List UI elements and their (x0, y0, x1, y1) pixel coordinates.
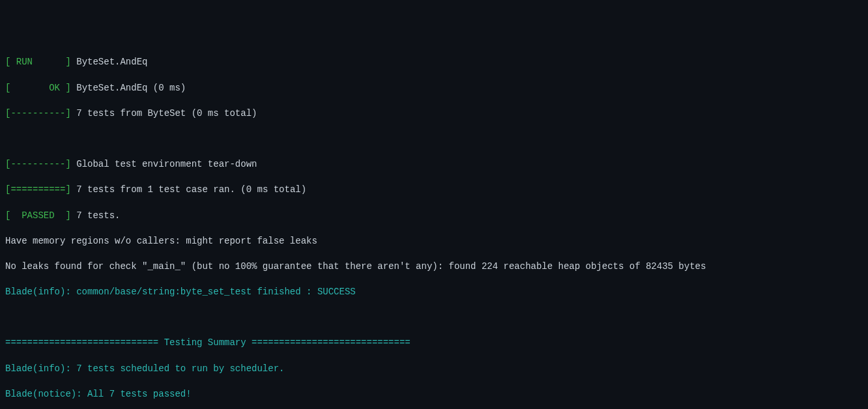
summary-header-right: ============================= (246, 337, 411, 348)
blank-line (5, 133, 863, 146)
mem-line-1: Have memory regions w/o callers: might r… (5, 235, 863, 248)
gtest-ok-name: ByteSet.AndEq (0 ms) (71, 83, 186, 93)
gtest-eq-line: [==========] 7 tests from 1 test case ra… (5, 184, 863, 197)
mem-line-2: No leaks found for check "_main_" (but n… (5, 261, 863, 274)
gtest-ok-prefix: [ OK ] (5, 83, 71, 93)
summary-header: ============================ Testing Sum… (5, 337, 863, 350)
summary-passed: Blade(notice): All 7 tests passed! (5, 388, 863, 401)
gtest-teardown-prefix: [----------] (5, 159, 71, 169)
gtest-passed-line: [ PASSED ] 7 tests. (5, 210, 863, 223)
gtest-ok-line: [ OK ] ByteSet.AndEq (0 ms) (5, 82, 863, 95)
gtest-dash-line: [----------] 7 tests from ByteSet (0 ms … (5, 107, 863, 120)
summary-header-mid: Testing Summary (164, 337, 246, 348)
gtest-dash-text: 7 tests from ByteSet (0 ms total) (71, 108, 257, 119)
gtest-teardown-line: [----------] Global test environment tea… (5, 158, 863, 171)
gtest-teardown-text: Global test environment tear-down (71, 159, 257, 169)
gtest-dash-prefix: [----------] (5, 108, 71, 119)
gtest-run-prefix: [ RUN ] (5, 57, 71, 67)
gtest-passed-prefix: [ PASSED ] (5, 210, 71, 221)
summary-scheduled: Blade(info): 7 tests scheduled to run by… (5, 363, 863, 376)
gtest-run-name: ByteSet.AndEq (71, 57, 148, 67)
blank-line-2 (5, 311, 863, 324)
summary-header-left: ============================ (5, 337, 164, 348)
blade-finish-line: Blade(info): common/base/string:byte_set… (5, 286, 863, 299)
gtest-run-line: [ RUN ] ByteSet.AndEq (5, 56, 863, 69)
gtest-passed-text: 7 tests. (71, 210, 121, 221)
gtest-eq-prefix: [==========] (5, 184, 71, 195)
gtest-eq-text: 7 tests from 1 test case ran. (0 ms tota… (71, 184, 306, 195)
